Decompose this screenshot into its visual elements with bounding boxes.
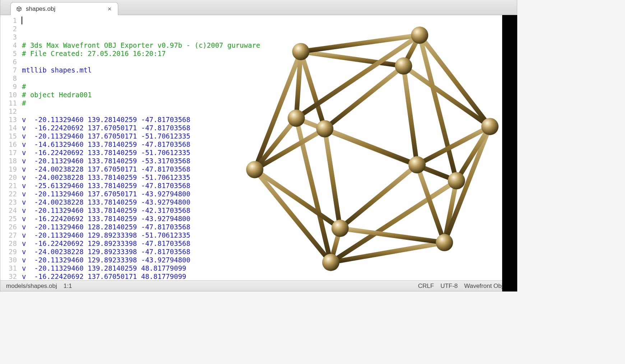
status-line-ending[interactable]: CRLF bbox=[418, 283, 434, 290]
code-line[interactable]: # object Hedra001 bbox=[22, 91, 517, 99]
code-line[interactable]: v -25.61329460 133.78140259 -47.81703568 bbox=[22, 182, 517, 190]
code-editor[interactable]: 1234567891011121314151617181920212223242… bbox=[0, 15, 517, 280]
line-number: 30 bbox=[0, 256, 17, 264]
code-line[interactable]: v -20.11329460 139.28140259 -47.81703568 bbox=[22, 116, 517, 124]
code-line[interactable]: v -20.11329460 139.28140259 48.81779099 bbox=[22, 264, 517, 272]
text-cursor bbox=[22, 17, 22, 24]
line-number: 13 bbox=[0, 116, 17, 124]
code-line[interactable]: v -20.11329460 128.28140259 -47.81703568 bbox=[22, 223, 517, 231]
code-line[interactable]: # 3ds Max Wavefront OBJ Exporter v0.97b … bbox=[22, 41, 517, 50]
status-cursor-position[interactable]: 1:1 bbox=[64, 283, 72, 290]
code-line[interactable]: v -24.00238228 133.78140259 -51.70612335 bbox=[22, 173, 517, 182]
code-line[interactable]: v -24.00238228 137.67050171 -47.81703568 bbox=[22, 165, 517, 173]
line-number: 4 bbox=[0, 41, 17, 50]
line-number: 29 bbox=[0, 248, 17, 256]
code-line[interactable]: v -20.11329460 137.67050171 -43.92794800 bbox=[22, 190, 517, 198]
close-icon[interactable]: × bbox=[106, 6, 113, 12]
tab-bar: shapes.obj × bbox=[0, 0, 517, 15]
tab-shapes-obj[interactable]: shapes.obj × bbox=[10, 2, 118, 15]
line-number: 21 bbox=[0, 182, 17, 190]
line-number: 20 bbox=[0, 173, 17, 182]
line-number: 2 bbox=[0, 25, 17, 33]
line-number: 9 bbox=[0, 83, 17, 91]
status-syntax[interactable]: Wavefront Object bbox=[464, 283, 511, 290]
line-number: 23 bbox=[0, 198, 17, 206]
line-number: 24 bbox=[0, 206, 17, 215]
line-number: 5 bbox=[0, 50, 17, 58]
line-number: 17 bbox=[0, 149, 17, 157]
code-line[interactable]: v -20.11329460 129.89233398 -51.70612335 bbox=[22, 231, 517, 239]
status-path[interactable]: models/shapes.obj bbox=[6, 283, 57, 290]
line-number: 15 bbox=[0, 132, 17, 140]
code-line[interactable]: v -16.22420692 133.78140259 -51.70612335 bbox=[22, 149, 517, 157]
code-line[interactable]: # bbox=[22, 99, 517, 107]
line-number: 32 bbox=[0, 272, 17, 280]
line-number: 16 bbox=[0, 140, 17, 149]
line-number: 12 bbox=[0, 107, 17, 116]
code-line[interactable]: v -20.11329460 137.67050171 -51.70612335 bbox=[22, 132, 517, 140]
code-line[interactable]: v -20.11329460 133.78140259 -53.31703568 bbox=[22, 157, 517, 165]
code-line[interactable]: v -24.00238228 129.89233398 -47.81703568 bbox=[22, 248, 517, 256]
status-bar: models/shapes.obj 1:1 CRLF UTF-8 Wavefro… bbox=[0, 280, 517, 291]
line-number: 19 bbox=[0, 165, 17, 173]
code-line[interactable]: v -20.11329460 133.78140259 -42.31703568 bbox=[22, 206, 517, 215]
code-line[interactable]: v -24.00238228 133.78140259 -43.92794800 bbox=[22, 198, 517, 206]
line-number: 18 bbox=[0, 157, 17, 165]
line-number: 7 bbox=[0, 66, 17, 74]
line-number: 3 bbox=[0, 33, 17, 41]
code-line[interactable]: v -16.22420692 137.67050171 -47.81703568 bbox=[22, 124, 517, 132]
line-number: 25 bbox=[0, 215, 17, 223]
code-line[interactable]: v -16.22420692 129.89233398 -47.81703568 bbox=[22, 239, 517, 248]
code-line[interactable] bbox=[22, 107, 517, 116]
line-number: 11 bbox=[0, 99, 17, 107]
line-number: 1 bbox=[0, 17, 17, 25]
code-line[interactable] bbox=[22, 74, 517, 83]
code-line[interactable]: v -16.22420692 137.67050171 48.81779099 bbox=[22, 272, 517, 280]
tab-title: shapes.obj bbox=[26, 5, 103, 13]
code-line[interactable]: v -20.11329460 129.89233398 -43.92794800 bbox=[22, 256, 517, 264]
code-line[interactable]: v -16.22420692 133.78140259 -43.92794800 bbox=[22, 215, 517, 223]
line-number: 6 bbox=[0, 58, 17, 66]
code-line[interactable]: mtllib shapes.mtl bbox=[22, 66, 517, 74]
editor-window: shapes.obj × 123456789101112131415161718… bbox=[0, 0, 517, 291]
line-number: 26 bbox=[0, 223, 17, 231]
code-line[interactable]: # bbox=[22, 83, 517, 91]
line-number: 10 bbox=[0, 91, 17, 99]
line-number-gutter: 1234567891011121314151617181920212223242… bbox=[0, 15, 20, 280]
line-number: 8 bbox=[0, 74, 17, 83]
code-line[interactable] bbox=[22, 58, 517, 66]
status-encoding[interactable]: UTF-8 bbox=[440, 283, 458, 290]
line-number: 22 bbox=[0, 190, 17, 198]
line-number: 31 bbox=[0, 264, 17, 272]
line-number: 14 bbox=[0, 124, 17, 132]
line-number: 28 bbox=[0, 239, 17, 248]
code-line[interactable]: v -14.61329460 133.78140259 -47.81703568 bbox=[22, 140, 517, 149]
code-line[interactable]: # File Created: 27.05.2016 16:20:17 bbox=[22, 50, 517, 58]
line-number: 27 bbox=[0, 231, 17, 239]
code-area[interactable]: # 3ds Max Wavefront OBJ Exporter v0.97b … bbox=[20, 15, 517, 280]
file-3d-icon bbox=[16, 6, 22, 12]
